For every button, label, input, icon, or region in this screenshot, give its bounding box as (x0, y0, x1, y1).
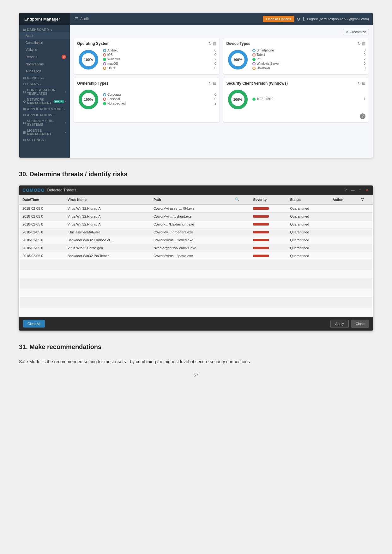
cell-empty (232, 244, 250, 252)
refresh-icon[interactable]: ↻ (208, 81, 212, 86)
cell-filter (358, 204, 373, 213)
refresh-icon[interactable]: ↻ (358, 81, 361, 86)
cell-severity (250, 213, 287, 220)
cell-filter (358, 228, 373, 236)
comodo-footer-right: Apply Close (330, 320, 369, 328)
grid-icon[interactable]: ▦ (213, 81, 216, 86)
table-row: 2018-02-05 0 Virus.Win32.Parite.gen 'ske… (19, 244, 373, 252)
legend-notspecified: Not specified 2 (103, 102, 216, 105)
cell-path: 'sked-argentina- crack1.exe (150, 244, 232, 252)
legend-ios: iOS 0 (103, 53, 216, 57)
clear-all-button[interactable]: Clear All (23, 320, 45, 328)
em-audit-label: ☰ Audit (70, 17, 94, 21)
sidebar-item-audit[interactable]: Audit (19, 32, 70, 39)
cell-status: Quarantined (287, 228, 329, 236)
cell-empty (232, 213, 250, 220)
maximize-button[interactable]: □ (358, 188, 362, 192)
cell-status: Quarantined (287, 220, 329, 228)
legend-personal: Personal 0 (103, 97, 216, 101)
close-window-button[interactable]: ✕ (364, 188, 370, 192)
comodo-titlebar: COMODO Detected Threats ? — □ ✕ (19, 186, 373, 195)
close-button[interactable]: Close (351, 320, 369, 328)
sidebar-section-security: ⊡ SECURITY SUB-SYSTEMS › (19, 117, 70, 127)
sidebar-section-dashboard: ⊞ DASHBOARD ∨ (19, 26, 70, 32)
grid-icon[interactable]: ▦ (362, 81, 365, 86)
customize-button[interactable]: ✕ Customize (343, 29, 369, 35)
chevron-icon: › (43, 77, 45, 80)
cell-status: Quarantined (287, 244, 329, 252)
empty-row (19, 279, 373, 288)
cell-virusname: .UnclassifiedMalware (64, 228, 150, 236)
cell-empty (232, 252, 250, 260)
security-icon: ⊡ (23, 121, 26, 125)
cell-empty (232, 228, 250, 236)
apply-button[interactable]: Apply (330, 320, 349, 328)
dt-donut-label: 100% (233, 58, 242, 62)
ot-widget-body: 100% Corporate 0 Personal 0 (77, 88, 216, 111)
pc-indicator (252, 58, 256, 61)
cell-severity (250, 244, 287, 252)
cell-action (329, 204, 358, 213)
cell-datetime: 2018-02-05 0 (19, 213, 64, 220)
dt-widget-actions: ↻ ▦ (358, 41, 365, 46)
chevron-icon: › (65, 90, 66, 93)
legend-macos: macOS 0 (103, 62, 216, 65)
dt-donut-chart: 100% (226, 48, 249, 71)
sidebar-section-config: ⊟ CONFIGURATION TEMPLATES › (19, 87, 70, 96)
sidebar-item-audit-logs[interactable]: Audit Logs (19, 68, 70, 75)
empty-row (19, 260, 373, 269)
help-icon[interactable]: ? (360, 113, 365, 119)
logout-label: Logout (herculespopular22@gmail.com) (307, 17, 369, 21)
sidebar-item-valkyrie[interactable]: Valkyrie (19, 46, 70, 53)
cell-filter (358, 252, 373, 260)
refresh-icon[interactable]: ↻ (358, 41, 361, 46)
ot-donut-label: 100% (84, 98, 93, 101)
audit-label-text: Audit (80, 17, 89, 21)
grid-icon[interactable]: ▦ (213, 41, 216, 46)
table-row: 2018-02-05 0 Backdoor.Win32.Ciadoor.-d..… (19, 236, 373, 244)
col-filter-icon[interactable]: ▽ (358, 195, 373, 204)
minimize-button[interactable]: — (350, 188, 356, 192)
sidebar-item-reports[interactable]: Reports 0 (19, 53, 70, 61)
table-row: 2018-02-05 0 Backdoor.Win32.PcClient.ai … (19, 252, 373, 260)
cell-path: C:\work\viruses_... \04.exe (150, 204, 232, 213)
comodo-footer: Clear All Apply Close (19, 317, 373, 330)
sidebar-section-network: ⊚ NETWORK MANAGEMENT META › (19, 96, 70, 105)
globe-icon-button[interactable]: ⊙ (297, 16, 300, 21)
chevron-icon: › (65, 131, 66, 134)
appstore-icon: ⊞ (23, 107, 26, 111)
sidebar-item-compliance[interactable]: Compliance (19, 39, 70, 46)
sidebar-section-devices: ⊡ DEVICES › (19, 75, 70, 81)
legend-windows: Windows 2 (103, 57, 216, 61)
cell-virusname: Virus.Win32.Hidrag.A (64, 204, 150, 213)
page-number: 57 (19, 373, 373, 377)
help-window-button[interactable]: ? (343, 188, 348, 192)
cell-status: Quarantined (287, 204, 329, 213)
legend-version: 10.7.0.6919 1 (252, 97, 366, 101)
grid-icon[interactable]: ▦ (362, 41, 365, 46)
cell-action (329, 220, 358, 228)
notspecified-indicator (103, 102, 106, 105)
operating-system-widget: Operating System ↻ ▦ 100% (74, 38, 220, 75)
refresh-icon[interactable]: ↻ (208, 41, 212, 46)
em-topbar: Endpoint Manager ☰ Audit License Options… (19, 13, 373, 25)
license-options-button[interactable]: License Options (263, 16, 294, 22)
devices-icon: ⊡ (23, 76, 26, 80)
smartphone-indicator (252, 49, 256, 52)
col-path: Path (150, 195, 232, 204)
meta-badge: META (54, 100, 63, 103)
col-search-icon[interactable]: 🔍 (232, 195, 250, 204)
threats-table: Date/Time Virus Name Path 🔍 Severity Sta… (19, 195, 373, 317)
device-types-widget: Device Types ↻ ▦ 100% (223, 38, 369, 75)
sidebar-item-notifications[interactable]: Notifications (19, 61, 70, 68)
em-widgets-row-1: Operating System ↻ ▦ 100% (74, 38, 369, 75)
comodo-logo: COMODO (22, 188, 45, 193)
reports-badge: 0 (62, 55, 66, 59)
col-severity: Severity (250, 195, 287, 204)
chevron-icon: › (45, 139, 47, 142)
comodo-table-wrapper: Date/Time Virus Name Path 🔍 Severity Sta… (19, 195, 373, 317)
col-datetime: Date/Time (19, 195, 64, 204)
info-icon-button[interactable]: ℹ (303, 16, 305, 21)
os-widget-title: Operating System (77, 41, 110, 46)
cell-path: C:\work\virus... \patra.exe (150, 252, 232, 260)
